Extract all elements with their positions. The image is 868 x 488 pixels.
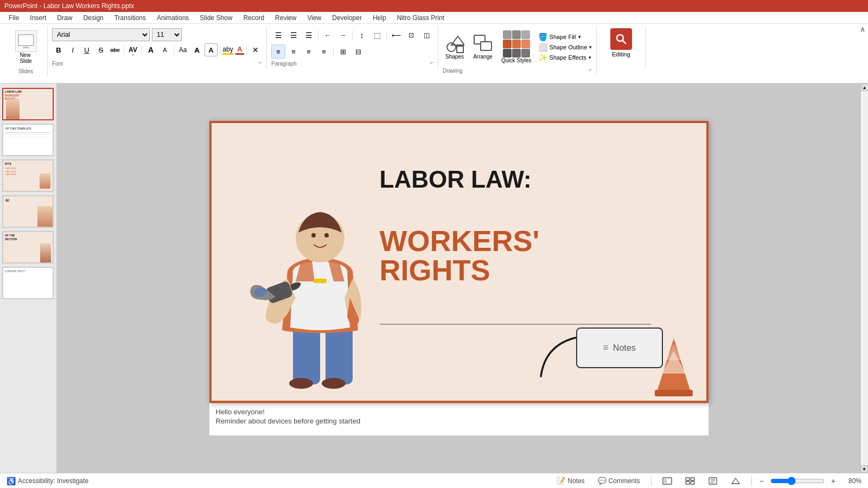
menu-slideshow[interactable]: Slide Show	[195, 13, 237, 23]
accessibility-label: Accessibility: Investigate	[18, 477, 88, 485]
shapes-icon	[445, 34, 464, 54]
shape-effects-button[interactable]: ✨ Shape Effects ▾	[538, 53, 592, 62]
underline-button[interactable]: U	[80, 43, 93, 56]
highlight-color-button[interactable]: aby	[222, 46, 233, 55]
columns-button[interactable]: ⬚	[370, 28, 384, 42]
font-shadow-button[interactable]: A	[190, 43, 203, 56]
paragraph-group: ☰ ☰ ☰ ← → ↕ ⬚ ⟵ ⊡ ◫ ≡ ≡ ≡ ≡ ⊞	[267, 26, 438, 69]
increase-indent-button[interactable]: →	[336, 28, 350, 42]
svg-point-14	[311, 233, 316, 237]
text-direction-button[interactable]: ⟵	[389, 28, 403, 42]
svg-rect-0	[18, 35, 34, 46]
line-spacing-button[interactable]: ↕	[355, 28, 369, 42]
notes-callout-box: ≡ Notes	[576, 328, 663, 368]
text-align-button[interactable]: ⊡	[404, 28, 418, 42]
menu-insert[interactable]: Insert	[25, 13, 50, 23]
shape-fill-label: Shape Fill	[550, 34, 576, 40]
shapes-button[interactable]: Shapes	[443, 32, 467, 62]
accessibility-button[interactable]: ♿ Accessibility: Investigate	[7, 477, 88, 485]
menu-transitions[interactable]: Transitions	[110, 13, 150, 23]
menu-design[interactable]: Design	[79, 13, 107, 23]
slide-thumb-3[interactable]: NTS • SECTION• SECTION• SECTION	[2, 159, 54, 192]
scroll-up-button[interactable]: ▲	[861, 84, 869, 91]
slide-sorter-button[interactable]	[682, 476, 698, 486]
menu-view[interactable]: View	[303, 13, 326, 23]
notes-button[interactable]: 📝 Notes	[553, 476, 588, 486]
bullets-button[interactable]: ☰	[271, 28, 285, 42]
font-expand-button[interactable]: A	[205, 43, 218, 56]
abc-strike-button[interactable]: abc	[108, 43, 122, 56]
right-scrollbar: ▲ ▼	[860, 84, 868, 473]
svg-marker-22	[666, 344, 682, 360]
align-left-button[interactable]: ≡	[271, 44, 285, 59]
zoom-level[interactable]: 80%	[842, 477, 861, 485]
editing-search-button[interactable]: Editing	[610, 28, 632, 57]
smartart-button[interactable]: ◫	[419, 28, 433, 42]
paragraph-extra-1[interactable]: ⊞	[336, 44, 350, 59]
zoom-out-icon[interactable]: −	[760, 477, 764, 485]
slide-thumb-5[interactable]: OF THESECTION	[2, 231, 54, 264]
worker-illustration	[244, 173, 396, 401]
svg-rect-30	[691, 481, 694, 484]
numbered-button[interactable]: ☰	[286, 28, 301, 42]
svg-point-15	[324, 233, 329, 237]
menu-help[interactable]: Help	[368, 13, 391, 23]
change-case-button[interactable]: Aa	[176, 43, 189, 56]
ribbon-collapse-button[interactable]: ∧	[857, 24, 868, 35]
zoom-in-icon[interactable]: +	[831, 477, 835, 485]
menu-file[interactable]: File	[4, 13, 23, 23]
scroll-down-button[interactable]: ▼	[860, 465, 868, 473]
menu-animations[interactable]: Animations	[152, 13, 193, 23]
decrease-indent-button[interactable]: ←	[321, 28, 335, 42]
align-center-button[interactable]: ≡	[286, 44, 301, 59]
arrange-button[interactable]: Arrange	[471, 32, 495, 62]
presenter-view-button[interactable]	[727, 476, 744, 486]
normal-view-button[interactable]	[659, 476, 675, 486]
align-right-button[interactable]: ≡	[302, 44, 316, 59]
title-bar: PowerPoint - Labor Law Workers Rights.pp…	[0, 0, 868, 12]
menu-nitro[interactable]: Nitro Glass Print	[393, 13, 449, 23]
drawing-group: Shapes Arrange	[438, 26, 597, 76]
comments-icon: 💬	[598, 477, 607, 485]
increase-font-button[interactable]: A	[144, 43, 157, 56]
menu-developer[interactable]: Developer	[328, 13, 366, 23]
quick-styles-button[interactable]: Quick Styles	[499, 28, 534, 66]
drawing-expand-dialog[interactable]: ⌐	[589, 67, 592, 73]
strikethrough-button[interactable]: S	[94, 43, 107, 56]
svg-rect-26	[664, 479, 667, 483]
paragraph-group-label: Paragraph	[271, 61, 297, 67]
font-expand-dialog[interactable]: ⌐	[259, 60, 262, 66]
bold-button[interactable]: B	[52, 43, 65, 56]
font-name-select[interactable]: Arial	[52, 28, 150, 41]
new-slide-button[interactable]: NewSlide	[11, 28, 41, 66]
quick-styles-icon	[503, 30, 530, 57]
reading-view-button[interactable]	[705, 476, 721, 486]
slide-thumb-2[interactable]: OF THIS TEMPLATE	[2, 124, 54, 156]
slide-thumb-1[interactable]: LABOR LAW:WORKERS'RIGHTS	[2, 88, 54, 120]
menu-record[interactable]: Record	[239, 13, 269, 23]
slide-canvas[interactable]: LABOR LAW: WORKERS' RIGHTS	[209, 121, 709, 403]
presenter-view-icon	[731, 477, 741, 485]
font-color-button[interactable]: A	[235, 45, 244, 55]
menu-review[interactable]: Review	[271, 13, 301, 23]
slide-thumb-4[interactable]: A!	[2, 195, 54, 228]
title-text: PowerPoint - Labor Law Workers Rights.pp…	[4, 2, 134, 10]
multilevel-button[interactable]: ☰	[302, 28, 316, 42]
decrease-font-button[interactable]: A	[158, 43, 171, 56]
comments-button[interactable]: 💬 Comments	[595, 476, 643, 486]
zoom-slider[interactable]	[770, 477, 825, 485]
menu-draw[interactable]: Draw	[53, 13, 76, 23]
paragraph-extra-2[interactable]: ⊟	[351, 44, 365, 59]
svg-point-19	[322, 378, 346, 389]
notes-area[interactable]: Hello everyone! Reminder about devices b…	[209, 403, 709, 435]
font-size-select[interactable]: 11	[152, 28, 182, 41]
paragraph-expand-dialog[interactable]: ⌐	[430, 60, 433, 66]
slide-thumb-6[interactable]: LONGER TEXT?	[2, 267, 54, 299]
shapes-label: Shapes	[445, 54, 464, 60]
justify-button[interactable]: ≡	[317, 44, 331, 59]
italic-button[interactable]: I	[66, 43, 79, 56]
shape-outline-button[interactable]: ⬜ Shape Outline ▾	[538, 43, 592, 52]
clear-format-button[interactable]: ✕	[249, 43, 262, 56]
new-slide-icon	[15, 30, 37, 52]
shape-fill-button[interactable]: 🪣 Shape Fill ▾	[538, 33, 592, 41]
